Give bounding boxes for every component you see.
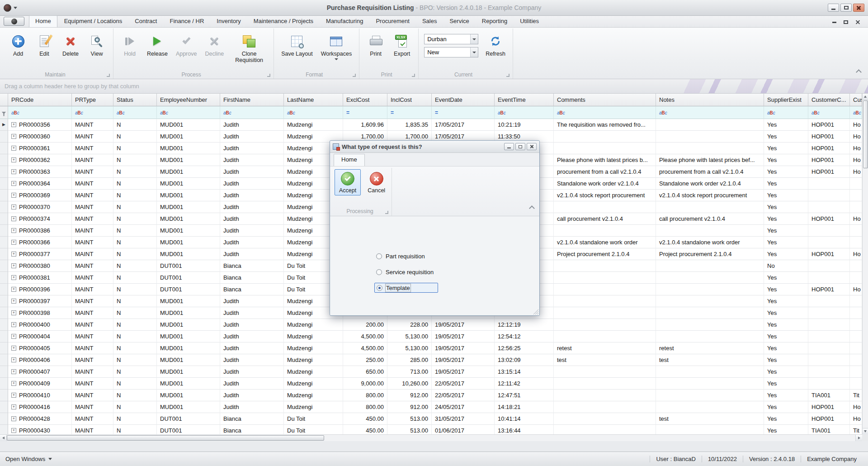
cell-employeenumber[interactable]: DUT001	[157, 284, 220, 295]
cell-exclcost[interactable]: 250.00	[343, 354, 387, 366]
release-button[interactable]: Release	[143, 30, 171, 59]
cell-eventdate[interactable]: 17/05/2017	[432, 119, 495, 131]
dialog-ribbon-collapse-icon[interactable]	[529, 205, 535, 211]
cell-lastname[interactable]: Mudzengi	[284, 331, 343, 342]
table-row[interactable]: +PR0000430 MAINT N DUT001 Bianca Du Toit…	[0, 425, 862, 434]
option-template[interactable]: Template	[374, 283, 438, 293]
cell-customercode[interactable]	[808, 295, 850, 307]
cell-prtype[interactable]: MAINT	[72, 119, 113, 131]
status-combobox[interactable]: New	[424, 47, 478, 57]
cell-prcode[interactable]: +PR0000398	[8, 307, 72, 319]
cell-prtype[interactable]: MAINT	[72, 201, 113, 213]
cell-prcode[interactable]: +PR0000363	[8, 166, 72, 178]
cell-employeenumber[interactable]: MUD001	[157, 213, 220, 225]
cell-notes[interactable]: Please phone with latest prices bef...	[656, 154, 764, 166]
column-header[interactable]: InclCost	[387, 94, 432, 106]
horizontal-scrollbar[interactable]	[0, 434, 862, 441]
filter-comments[interactable]: aBc	[554, 106, 656, 119]
menu-tab[interactable]: Service	[443, 16, 475, 27]
row-expand-icon[interactable]: +	[11, 346, 16, 351]
cell-comments[interactable]: retest	[554, 342, 656, 354]
column-header[interactable]: PRCode	[8, 94, 72, 106]
cell-customername[interactable]	[850, 190, 862, 201]
cell-status[interactable]: N	[113, 154, 157, 166]
cell-customercode[interactable]	[808, 331, 850, 342]
table-row[interactable]: +PR0000416 MAINT N MUD001 Judith Mudzeng…	[0, 401, 862, 413]
cell-firstname[interactable]: Judith	[220, 401, 284, 413]
cell-employeenumber[interactable]: MUD001	[157, 154, 220, 166]
cell-comments[interactable]	[554, 260, 656, 272]
row-expand-icon[interactable]: +	[11, 157, 16, 162]
cell-prcode[interactable]: +PR0000397	[8, 295, 72, 307]
cancel-button[interactable]: Cancel	[363, 169, 390, 195]
cell-prcode[interactable]: +PR0000366	[8, 237, 72, 248]
cell-eventtime[interactable]: 12:54:12	[495, 331, 554, 342]
cell-firstname[interactable]: Bianca	[220, 260, 284, 272]
scroll-up-button[interactable]	[863, 94, 868, 100]
cell-employeenumber[interactable]: MUD001	[157, 354, 220, 366]
filter-inclcost[interactable]: =	[387, 106, 432, 119]
cell-employeenumber[interactable]: MUD001	[157, 190, 220, 201]
menu-tab[interactable]: Finance / HR	[164, 16, 210, 27]
cell-prcode[interactable]: +PR0000430	[8, 425, 72, 434]
cell-lastname[interactable]: Du Toit	[284, 425, 343, 434]
application-menu-button[interactable]	[4, 17, 24, 26]
export-button[interactable]: XLSXExport	[389, 30, 415, 59]
cell-status[interactable]: N	[113, 237, 157, 248]
cell-prcode[interactable]: +PR0000404	[8, 331, 72, 342]
cell-eventdate[interactable]: 19/05/2017	[432, 331, 495, 342]
cell-notes[interactable]	[656, 260, 764, 272]
child-close-icon[interactable]	[855, 20, 860, 24]
row-expand-icon[interactable]: +	[11, 240, 16, 245]
cell-comments[interactable]: Please phone with latest prices b...	[554, 154, 656, 166]
cell-eventdate[interactable]: 31/05/2017	[432, 413, 495, 425]
cell-prcode[interactable]: +PR0000410	[8, 390, 72, 401]
row-expand-icon[interactable]: +	[11, 310, 16, 315]
row-expand-icon[interactable]: +	[11, 181, 16, 186]
menu-tab[interactable]: Sales	[416, 16, 443, 27]
cell-inclcost[interactable]: 513.00	[387, 425, 432, 434]
cell-firstname[interactable]: Judith	[220, 331, 284, 342]
cell-employeenumber[interactable]: MUD001	[157, 178, 220, 190]
filter-prtype[interactable]: aBc	[72, 106, 113, 119]
cell-status[interactable]: N	[113, 307, 157, 319]
cell-supplierexist[interactable]: Yes	[764, 237, 808, 248]
menu-tab[interactable]: Inventory	[211, 16, 246, 27]
cell-notes[interactable]: call procurement v2.1.0.4	[656, 213, 764, 225]
cell-customercode[interactable]	[808, 354, 850, 366]
cell-supplierexist[interactable]: Yes	[764, 166, 808, 178]
cell-comments[interactable]	[554, 378, 656, 390]
cell-employeenumber[interactable]: MUD001	[157, 201, 220, 213]
combo-dropdown-button[interactable]	[470, 34, 478, 44]
cell-notes[interactable]	[656, 425, 764, 434]
table-row[interactable]: +PR0000406 MAINT N MUD001 Judith Mudzeng…	[0, 354, 862, 366]
cell-prtype[interactable]: MAINT	[72, 154, 113, 166]
accept-button[interactable]: Accept	[335, 169, 361, 195]
cell-status[interactable]: N	[113, 319, 157, 331]
cell-supplierexist[interactable]: Yes	[764, 390, 808, 401]
cell-supplierexist[interactable]: Yes	[764, 143, 808, 154]
cell-notes[interactable]	[656, 331, 764, 342]
cell-eventtime[interactable]: 14:18:21	[495, 401, 554, 413]
column-header[interactable]: Status	[113, 94, 157, 106]
cell-supplierexist[interactable]: Yes	[764, 295, 808, 307]
cell-customercode[interactable]	[808, 319, 850, 331]
cell-status[interactable]: N	[113, 119, 157, 131]
cell-eventdate[interactable]: 22/05/2017	[432, 378, 495, 390]
cell-employeenumber[interactable]: MUD001	[157, 166, 220, 178]
app-logo-icon[interactable]	[4, 4, 11, 12]
row-expand-icon[interactable]: +	[11, 169, 16, 174]
cell-exclcost[interactable]: 650.00	[343, 366, 387, 378]
filter-lastname[interactable]: aBc	[284, 106, 343, 119]
cell-prcode[interactable]: +PR0000362	[8, 154, 72, 166]
cell-firstname[interactable]: Judith	[220, 307, 284, 319]
cell-prcode[interactable]: +PR0000369	[8, 190, 72, 201]
cell-notes[interactable]	[656, 272, 764, 284]
cell-firstname[interactable]: Judith	[220, 354, 284, 366]
group-launcher-icon[interactable]	[412, 74, 415, 77]
cell-supplierexist[interactable]: Yes	[764, 272, 808, 284]
cell-notes[interactable]	[656, 225, 764, 237]
cell-eventtime[interactable]: 12:11:42	[495, 378, 554, 390]
cell-supplierexist[interactable]: Yes	[764, 119, 808, 131]
cell-eventtime[interactable]: 13:15:14	[495, 366, 554, 378]
